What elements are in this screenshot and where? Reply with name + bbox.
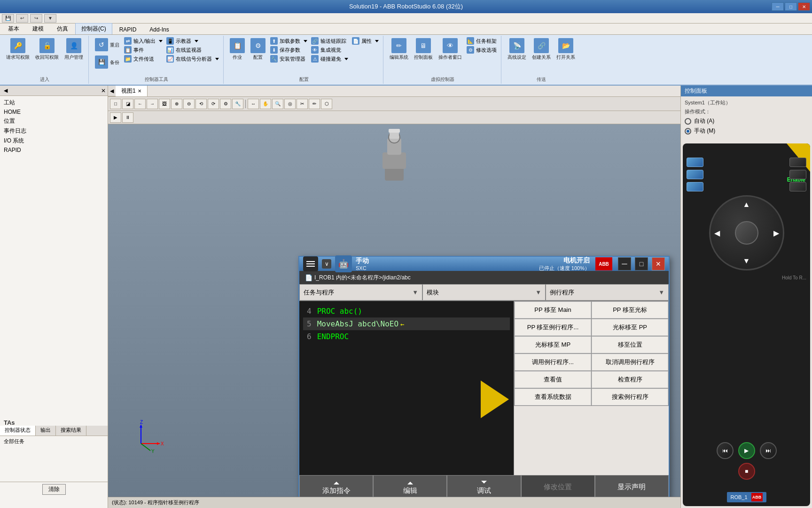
ctrl-btn-r1[interactable] xyxy=(789,158,806,167)
edit-button[interactable]: 编辑 xyxy=(373,475,447,497)
task-frame-button[interactable]: 📐 任务框架 xyxy=(465,37,498,45)
ctrl-btn-r3[interactable] xyxy=(789,182,806,191)
events-button[interactable]: 📋 事件 xyxy=(123,46,164,54)
module-dropdown[interactable]: 模块 ▼ xyxy=(422,284,546,301)
viewport-tab-1[interactable]: 视图1 ✕ xyxy=(116,86,148,96)
nav-rapid[interactable]: RAPID xyxy=(0,146,108,154)
dialog-close-button[interactable]: ✕ xyxy=(652,257,665,270)
add-instruction-button[interactable]: 添加指令 xyxy=(299,475,373,497)
check-program-button[interactable]: 检查程序 xyxy=(592,371,668,388)
cancel-call-button[interactable]: 取消调用例行程序 xyxy=(592,354,668,371)
tab-rapid[interactable]: RAPID xyxy=(113,24,143,34)
move-to-pos-button[interactable]: 移至位置 xyxy=(592,336,668,353)
vp-btn-13[interactable]: ✋ xyxy=(260,99,271,109)
control-panel-button[interactable]: 🖥 控制面板 xyxy=(412,37,435,62)
view-value-button[interactable]: 查看值 xyxy=(515,371,591,388)
call-routine-button[interactable]: 调用例行程序... xyxy=(515,354,591,371)
nav-io[interactable]: I/O 系统 xyxy=(0,136,108,146)
ctrl-round-3[interactable]: ⏭ xyxy=(760,442,777,459)
request-write-button[interactable]: 🔑 请求写权限 xyxy=(4,37,32,62)
install-manager-button[interactable]: 🔧 安装管理器 xyxy=(269,55,309,63)
joystick-center[interactable] xyxy=(735,221,758,245)
sec-btn-2[interactable]: ⏸ xyxy=(122,112,133,123)
routine-dropdown[interactable]: 例行程序 ▼ xyxy=(546,284,669,301)
teach-button[interactable]: 📱 示教器 xyxy=(165,37,220,45)
pp-to-cursor-button[interactable]: PP 移至光标 xyxy=(592,302,668,318)
dialog-menu-button[interactable] xyxy=(303,256,318,271)
joystick-wheel[interactable]: ▲ ▼ ◀ ▶ xyxy=(709,195,784,270)
tab-search[interactable]: 搜索结果 xyxy=(56,426,86,436)
release-write-button[interactable]: 🔓 收回写权限 xyxy=(33,37,61,62)
show-decl-button[interactable]: 显示声明 xyxy=(595,475,669,497)
pp-to-main-button[interactable]: PP 移至 Main xyxy=(515,302,591,318)
qa-redo-button[interactable]: ↪ xyxy=(30,14,42,23)
pp-to-routine-button[interactable]: PP 移至例行程序... xyxy=(515,319,591,336)
dialog-expand-icon[interactable]: ∨ xyxy=(322,259,331,269)
ctrl-btn-1[interactable] xyxy=(687,158,703,167)
restart-button[interactable]: ↺ 重启 xyxy=(93,37,122,54)
vp-btn-15[interactable]: ◎ xyxy=(284,99,296,109)
vp-btn-1[interactable]: □ xyxy=(110,99,121,109)
conveyor-button[interactable]: 🔗 输送链跟踪 xyxy=(310,37,350,45)
vp-btn-9[interactable]: ⟳ xyxy=(208,99,219,109)
tab-addins[interactable]: Add-Ins xyxy=(143,24,175,34)
cursor-to-mp-button[interactable]: 光标移至 MP xyxy=(515,336,591,353)
task-dropdown[interactable]: 任务与程序 ▼ xyxy=(299,284,422,301)
backup-button[interactable]: 💾 备份 xyxy=(93,54,122,71)
panel-close-button[interactable]: ✕ xyxy=(99,87,108,94)
tab-output[interactable]: 输出 xyxy=(36,426,56,436)
viewport-close-icon[interactable]: ✕ xyxy=(138,88,141,94)
open-relation-button[interactable]: 📂 打开关系 xyxy=(554,37,578,62)
qa-save-button[interactable]: 💾 xyxy=(2,14,14,23)
dialog-restore-button[interactable]: □ xyxy=(635,257,648,270)
dialog-robot-icon[interactable]: 🤖 xyxy=(335,255,352,272)
vp-btn-5[interactable]: 🖼 xyxy=(159,99,170,109)
edit-system-button[interactable]: ✏ 编辑系统 xyxy=(387,37,411,62)
nav-home[interactable]: HOME xyxy=(0,108,108,116)
ctrl-btn-r2[interactable] xyxy=(789,170,806,179)
clear-button[interactable]: 清除 xyxy=(42,484,66,495)
minimize-button[interactable]: ─ xyxy=(772,2,784,11)
maximize-button[interactable]: □ xyxy=(785,2,797,11)
vp-btn-8[interactable]: ⟲ xyxy=(195,99,207,109)
view-system-data-button[interactable]: 查看系统数据 xyxy=(515,389,591,405)
highline-button[interactable]: 📡 高线设定 xyxy=(505,37,529,62)
vp-btn-16[interactable]: ✂ xyxy=(297,99,308,109)
operator-window-button[interactable]: 👁 操作者窗口 xyxy=(436,37,464,62)
vp-btn-12[interactable]: ↔ xyxy=(248,99,259,109)
nav-workstation[interactable]: 工站 xyxy=(0,98,108,108)
cursor-to-pp-button[interactable]: 光标移至 PP xyxy=(592,319,668,336)
properties-button[interactable]: 📄 属性 xyxy=(351,37,380,45)
close-button[interactable]: ✕ xyxy=(798,2,810,11)
create-relation-button[interactable]: 🔗 创建关系 xyxy=(530,37,553,62)
vp-btn-11[interactable]: 🔧 xyxy=(232,99,243,109)
integrated-vision-button[interactable]: 👁 集成视觉 xyxy=(310,46,350,54)
vp-btn-3[interactable]: ← xyxy=(134,99,146,109)
job-button[interactable]: 📋 作业 xyxy=(227,37,247,62)
dialog-minimize-button[interactable]: ─ xyxy=(618,257,631,270)
signal-analyzer-button[interactable]: 📈 在线信号分析器 xyxy=(165,55,220,63)
qa-undo-button[interactable]: ↩ xyxy=(16,14,28,23)
modify-options-button[interactable]: ⚙ 修改选项 xyxy=(465,46,498,54)
search-routine-button[interactable]: 搜索例行程序 xyxy=(592,389,668,405)
ctrl-btn-2[interactable] xyxy=(687,170,703,179)
tab-model[interactable]: 建模 xyxy=(26,23,50,34)
panel-tab-main[interactable]: ◀ xyxy=(0,87,11,94)
file-transfer-button[interactable]: 📁 文件传送 xyxy=(123,55,164,63)
collision-button[interactable]: ⚠ 碰撞避免 xyxy=(310,55,350,63)
vp-btn-14[interactable]: 🔍 xyxy=(272,99,283,109)
online-monitor-button[interactable]: 📊 在线监视器 xyxy=(165,46,220,54)
ctrl-btn-3[interactable] xyxy=(687,182,703,191)
manual-mode-option[interactable]: 手动 (M) xyxy=(685,127,808,135)
user-manage-button[interactable]: 👤 用户管理 xyxy=(62,37,86,62)
vp-btn-7[interactable]: ⊖ xyxy=(183,99,195,109)
nav-event-log[interactable]: 事件日志 xyxy=(0,126,108,136)
qa-custom-button[interactable]: ▼ xyxy=(44,14,56,23)
sec-btn-1[interactable]: ▶ xyxy=(110,112,121,123)
tab-controller-status[interactable]: 控制器状态 xyxy=(0,426,36,436)
save-params-button[interactable]: ⬇ 保存参数 xyxy=(269,46,309,54)
nav-position[interactable]: 位置 xyxy=(0,116,108,126)
vp-btn-2[interactable]: ◪ xyxy=(122,99,133,109)
tab-basic[interactable]: 基本 xyxy=(2,23,25,34)
config-btn[interactable]: ⚙ 配置 xyxy=(248,37,268,62)
